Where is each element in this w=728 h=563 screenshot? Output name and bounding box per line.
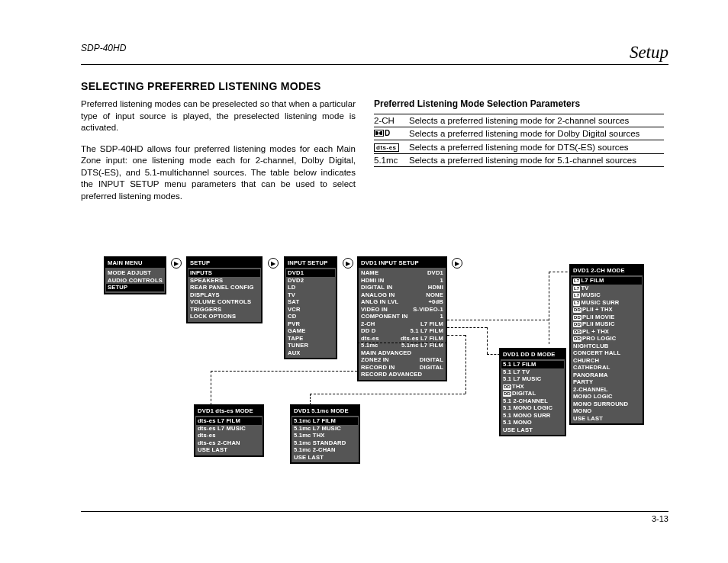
- menu-dvd1-input: DVD1 INPUT SETUP NAMEDVD1HDMI IN1DIGITAL…: [357, 256, 447, 381]
- param-label: 5.1mc: [374, 154, 409, 167]
- param-desc: Selects a preferred listening mode for D…: [409, 127, 664, 140]
- page-number: 3-13: [81, 511, 668, 523]
- param-desc: Selects a preferred listening mode for D…: [409, 140, 664, 154]
- arrow-icon: [268, 258, 279, 269]
- param-title: Preferred Listening Mode Selection Param…: [374, 98, 664, 109]
- menu-2ch-mode: DVD1 2-CH MODE L7L7 FILM L7TVL7MUSICL7MU…: [569, 264, 644, 425]
- param-desc: Selects a preferred listening mode for 2…: [409, 114, 664, 127]
- param-label: 2-CH: [374, 114, 409, 127]
- param-label-dolby: D: [374, 127, 409, 140]
- paragraph-1: Preferred listening modes can be presele…: [81, 98, 356, 134]
- model-number: SDP-40HD: [81, 43, 126, 63]
- body-text: Preferred listening modes can be presele…: [81, 98, 356, 211]
- param-table: 2-CHSelects a preferred listening mode f…: [374, 114, 664, 167]
- menu-dd-mode: DVD1 DD D MODE 5.1 L7 FILM 5.1 L7 TV5.1 …: [499, 348, 566, 436]
- menu-input-setup: INPUT SETUP DVD1 DVD2 LD TV SAT VCR CD P…: [284, 256, 337, 359]
- paragraph-2: The SDP-40HD allows four preferred liste…: [81, 143, 356, 203]
- menu-51mc-mode: DVD1 5.1mc MODE 5.1mc L7 FILM 5.1mc L7 M…: [290, 404, 360, 464]
- arrow-icon: [171, 258, 182, 269]
- page-header: SDP-40HD Setup: [81, 43, 668, 65]
- param-label-dts: dts-es: [374, 140, 409, 154]
- arrow-icon: [343, 258, 353, 269]
- arrow-icon: [452, 258, 462, 269]
- param-desc: Selects a preferred listening mode for 5…: [409, 154, 664, 167]
- menu-dts-mode: DVD1 dts-es MODE dts-es L7 FILM dts-es L…: [194, 404, 264, 457]
- menu-setup: SETUP INPUTS SPEAKERS REAR PANEL CONFIG …: [186, 256, 263, 323]
- section-title: Setup: [630, 43, 668, 63]
- menu-diagram: MAIN MENU MODE ADJUST AUDIO CONTROLS SET…: [104, 256, 646, 500]
- menu-main: MAIN MENU MODE ADJUST AUDIO CONTROLS SET…: [104, 256, 166, 294]
- page-heading: SELECTING PREFERRED LISTENING MODES: [81, 80, 668, 92]
